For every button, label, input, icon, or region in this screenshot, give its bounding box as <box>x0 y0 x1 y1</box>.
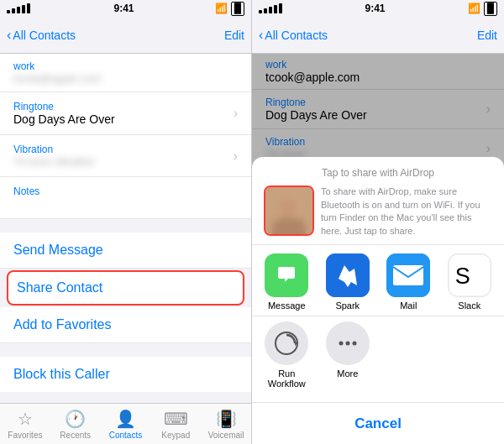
cancel-button[interactable]: Cancel <box>252 402 504 444</box>
left-panel: 9:41 📶 ▉ ‹ All Contacts Edit work tcook@… <box>0 0 252 444</box>
back-button-right[interactable]: ‹ All Contacts <box>259 28 328 43</box>
favorites-icon-left: ☆ <box>18 409 33 429</box>
more-icon <box>326 321 370 365</box>
edit-button-left[interactable]: Edit <box>224 29 244 42</box>
ringtone-arrow: › <box>234 106 238 121</box>
tab-keypad-left[interactable]: ⌨ Keypad <box>150 409 201 440</box>
tab-bar-left: ☆ Favorites 🕐 Recents 👤 Contacts ⌨ Keypa… <box>0 403 251 444</box>
work-value: tcook@apple.com <box>13 72 238 85</box>
ringtone-row[interactable]: Ringtone Dog Days Are Over › <box>0 92 251 135</box>
tab-favorites-left[interactable]: ☆ Favorites <box>0 409 50 440</box>
keypad-icon-left: ⌨ <box>164 409 188 429</box>
vibration-arrow: › <box>234 149 238 164</box>
svg-point-14 <box>345 342 349 346</box>
block-caller-row[interactable]: Block this Caller <box>0 357 251 392</box>
add-favorites-row[interactable]: Add to Favorites <box>0 307 251 343</box>
signal-dots <box>7 3 30 13</box>
work-label: work <box>13 60 238 72</box>
messages-label: Message <box>268 300 306 311</box>
mail-label: Mail <box>400 300 417 311</box>
signal-right <box>259 3 282 13</box>
svg-point-15 <box>352 342 356 346</box>
app-item-slack[interactable]: S Slack <box>442 253 498 311</box>
slack-icon: S <box>448 253 491 297</box>
app-item-more[interactable]: More <box>320 321 376 389</box>
wifi-icon-left: 📶 <box>215 3 228 14</box>
status-icons-left: 📶 ▉ <box>215 2 244 16</box>
vibration-row[interactable]: Vibration Tri-tone vibration › <box>0 135 251 177</box>
contacts-label-left: Contacts <box>109 431 142 440</box>
vibration-inner: Vibration Tri-tone vibration <box>13 144 95 168</box>
spacer-1 <box>0 219 251 232</box>
svg-point-13 <box>339 342 343 346</box>
time-left: 9:41 <box>113 3 134 14</box>
ringtone-inner: Ringtone Dog Days Are Over <box>13 101 115 126</box>
nav-bar-right: ‹ All Contacts Edit <box>252 17 504 54</box>
workflow-icon <box>265 321 308 365</box>
battery-icon-right: ▉ <box>484 2 497 16</box>
notes-section: Notes <box>0 177 251 219</box>
voicemail-icon-left: 📳 <box>216 409 237 429</box>
tab-voicemail-left[interactable]: 📳 Voicemail <box>201 409 251 440</box>
back-label-right: All Contacts <box>265 29 328 42</box>
spark-label: Spark <box>335 300 360 311</box>
work-field-row: work tcook@apple.com <box>0 54 251 92</box>
spacer-2 <box>0 343 251 357</box>
keypad-label-left: Keypad <box>161 431 190 440</box>
back-chevron-right: ‹ <box>259 28 263 43</box>
airdrop-description: To share with AirDrop, make sure Bluetoo… <box>321 185 492 238</box>
app-grid-row2: RunWorkflow More <box>252 316 504 397</box>
messages-icon <box>265 253 308 297</box>
wifi-icon-right: 📶 <box>468 3 480 14</box>
back-chevron-left: ‹ <box>7 28 11 43</box>
tab-recents-left[interactable]: 🕐 Recents <box>50 409 101 440</box>
recents-label-left: Recents <box>60 431 91 440</box>
airdrop-section: Tap to share with AirDrop <box>252 157 504 245</box>
tab-contacts-left[interactable]: 👤 Contacts <box>101 409 151 440</box>
right-panel: 9:41 📶 ▉ ‹ All Contacts Edit work tcook@… <box>252 0 504 444</box>
app-item-messages[interactable]: Message <box>259 253 315 311</box>
app-item-mail[interactable]: Mail <box>381 253 437 311</box>
back-button-left[interactable]: ‹ All Contacts <box>7 28 76 43</box>
notes-label: Notes <box>13 185 238 197</box>
share-contact-row[interactable]: Share Contact <box>7 270 244 306</box>
voicemail-label-left: Voicemail <box>208 431 244 440</box>
contacts-icon-left: 👤 <box>115 409 136 429</box>
status-bar-left: 9:41 📶 ▉ <box>0 0 251 17</box>
status-bar-right: 9:41 📶 ▉ <box>252 0 504 17</box>
favorites-label-left: Favorites <box>8 431 42 440</box>
send-message-row[interactable]: Send Message <box>0 232 251 269</box>
status-icons-right: 📶 ▉ <box>468 2 497 16</box>
slack-label: Slack <box>458 300 480 311</box>
signal-left <box>7 3 33 13</box>
mail-icon <box>386 253 430 297</box>
right-content: work tcook@apple.com Ringtone Dog Days A… <box>252 54 504 444</box>
app-item-spark[interactable]: Spark <box>320 253 376 311</box>
vibration-label: Vibration <box>13 144 95 155</box>
app-grid-row1: Message Spark <box>252 245 504 316</box>
back-label-left: All Contacts <box>13 29 76 42</box>
signal-dots-right <box>259 3 282 13</box>
nav-bar-left: ‹ All Contacts Edit <box>0 17 251 54</box>
battery-icon-left: ▉ <box>231 2 244 16</box>
airdrop-label: Tap to share with AirDrop <box>264 167 492 179</box>
airdrop-content: To share with AirDrop, make sure Bluetoo… <box>264 185 492 238</box>
share-sheet: Tap to share with AirDrop <box>252 157 504 444</box>
thumb-blur <box>265 187 312 234</box>
spark-icon <box>326 253 370 297</box>
content-left: work tcook@apple.com Ringtone Dog Days A… <box>0 54 251 403</box>
edit-button-right[interactable]: Edit <box>477 29 497 42</box>
workflow-label: RunWorkflow <box>268 368 306 389</box>
recents-icon-left: 🕐 <box>65 409 86 429</box>
contact-thumbnail[interactable] <box>264 185 314 236</box>
ringtone-value: Dog Days Are Over <box>13 112 115 126</box>
ringtone-label: Ringtone <box>13 101 115 112</box>
time-right: 9:41 <box>365 3 385 14</box>
svg-rect-8 <box>393 265 423 285</box>
more-label: More <box>337 368 358 379</box>
share-sheet-backdrop[interactable]: Tap to share with AirDrop <box>252 54 504 444</box>
svg-text:S: S <box>454 264 470 289</box>
vibration-value: Tri-tone vibration <box>13 155 95 168</box>
app-item-workflow[interactable]: RunWorkflow <box>259 321 315 389</box>
